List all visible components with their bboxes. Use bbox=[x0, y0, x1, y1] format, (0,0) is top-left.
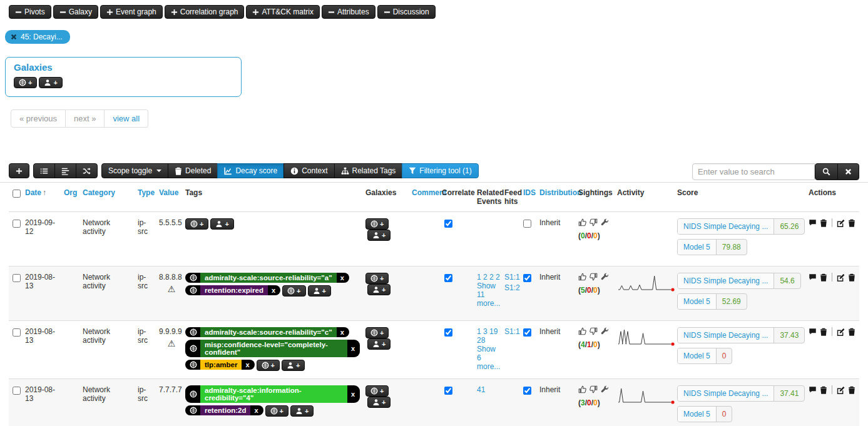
add-local-galaxy-button[interactable]: + bbox=[367, 397, 391, 408]
remove-tag-icon[interactable]: x bbox=[242, 360, 254, 370]
add-galaxy-button[interactable]: + bbox=[365, 385, 389, 397]
related-event-link[interactable]: 3 bbox=[483, 327, 488, 336]
row-select-checkbox[interactable] bbox=[13, 328, 21, 337]
decay-score-badge[interactable]: NIDS Simple Decaying ...54.6 bbox=[677, 273, 801, 289]
related-event-link[interactable]: 2 bbox=[483, 273, 488, 281]
add-local-tag-button[interactable]: + bbox=[290, 405, 314, 417]
column-header-date[interactable]: Date↑ bbox=[25, 183, 64, 212]
feed-hit-link[interactable]: S1:1 bbox=[504, 327, 519, 336]
related-event-link[interactable]: 28 bbox=[477, 336, 485, 345]
remove-tag-icon[interactable]: x bbox=[337, 327, 349, 337]
show-more-link[interactable]: Show 6 more... bbox=[477, 345, 500, 371]
column-header-value[interactable]: Value bbox=[159, 183, 185, 212]
add-galaxy-button[interactable]: + bbox=[365, 327, 389, 338]
tag[interactable]: admiralty-scale:source-reliability="a"x bbox=[185, 273, 349, 283]
related-event-link[interactable]: 1 bbox=[477, 273, 481, 281]
edit-icon[interactable] bbox=[837, 273, 845, 281]
add-attribute-button[interactable] bbox=[9, 163, 29, 178]
row-select-checkbox[interactable] bbox=[13, 387, 21, 395]
thumbs-down-icon[interactable] bbox=[590, 273, 598, 283]
tag[interactable]: retention:expiredx bbox=[185, 285, 280, 295]
tab-pivots[interactable]: Pivots bbox=[9, 5, 51, 19]
tag[interactable]: misp:confidence-level="completely-confid… bbox=[185, 340, 360, 357]
tag[interactable]: tlp:amberx bbox=[185, 360, 255, 370]
decay-score-badge[interactable]: Model 579.88 bbox=[677, 239, 747, 255]
row-select-checkbox[interactable] bbox=[13, 220, 21, 228]
thumbs-up-icon[interactable] bbox=[578, 218, 586, 228]
add-global-tag-button[interactable]: + bbox=[257, 360, 280, 371]
delete-icon[interactable] bbox=[820, 328, 827, 336]
wrench-icon[interactable] bbox=[601, 385, 609, 395]
filtering-tool-1-button[interactable]: Filtering tool (1) bbox=[402, 163, 478, 178]
scope-toggle-button[interactable]: Scope toggle bbox=[101, 163, 168, 178]
tab-correlation-graph[interactable]: Correlation graph bbox=[165, 5, 245, 19]
tag[interactable]: admiralty-scale:information-credibility=… bbox=[185, 385, 360, 403]
edit-icon[interactable] bbox=[837, 386, 845, 394]
decay-score-badge[interactable]: Model 552.69 bbox=[677, 293, 747, 310]
deleted-button[interactable]: Deleted bbox=[168, 163, 218, 178]
remove-tag-icon[interactable]: x bbox=[347, 385, 360, 403]
clear-search-button[interactable] bbox=[837, 163, 859, 180]
delete-icon[interactable] bbox=[820, 386, 827, 394]
delete-icon[interactable] bbox=[820, 273, 827, 281]
related-event-link[interactable]: 19 bbox=[489, 327, 498, 336]
delete-icon[interactable] bbox=[848, 273, 855, 281]
previous-page-button[interactable]: « previous bbox=[11, 109, 66, 128]
close-icon[interactable] bbox=[11, 34, 17, 40]
add-galaxy-button[interactable]: + bbox=[14, 77, 37, 88]
row-select-checkbox[interactable] bbox=[13, 274, 21, 282]
ids-checkbox[interactable] bbox=[523, 220, 531, 228]
remove-tag-icon[interactable]: x bbox=[347, 340, 360, 357]
add-local-galaxy-button[interactable]: + bbox=[367, 338, 391, 350]
related-tags-button[interactable]: Related Tags bbox=[334, 163, 403, 178]
add-local-tag-button[interactable]: + bbox=[282, 360, 305, 371]
feed-hit-link[interactable]: S1:2 bbox=[504, 283, 519, 292]
tag[interactable]: retention:2dx bbox=[185, 405, 263, 415]
delete-icon[interactable] bbox=[848, 219, 855, 227]
remove-tag-icon[interactable]: x bbox=[337, 273, 349, 283]
view-all-button[interactable]: view all bbox=[105, 109, 148, 128]
related-event-link[interactable]: 1 bbox=[477, 327, 481, 336]
search-button[interactable] bbox=[815, 163, 838, 180]
decay-score-button[interactable]: Decay score bbox=[217, 163, 284, 178]
thumbs-up-icon[interactable] bbox=[578, 327, 586, 337]
add-global-tag-button[interactable]: + bbox=[185, 218, 208, 230]
add-local-galaxy-button[interactable]: + bbox=[39, 77, 62, 88]
decay-score-badge[interactable]: Model 50 bbox=[677, 348, 732, 364]
ids-checkbox[interactable] bbox=[523, 328, 531, 337]
view-mode-shuffle-button[interactable] bbox=[76, 163, 98, 178]
context-button[interactable]: Context bbox=[283, 163, 334, 178]
decay-score-badge[interactable]: NIDS Simple Decaying ...37.43 bbox=[677, 327, 805, 343]
tab-attributes[interactable]: Attributes bbox=[322, 5, 375, 19]
delete-icon[interactable] bbox=[848, 328, 855, 336]
add-local-galaxy-button[interactable]: + bbox=[367, 284, 391, 295]
comment-icon[interactable] bbox=[809, 386, 817, 393]
delete-icon[interactable] bbox=[848, 386, 855, 394]
select-all-checkbox[interactable] bbox=[13, 190, 21, 198]
add-local-galaxy-button[interactable]: + bbox=[367, 230, 391, 241]
next-page-button[interactable]: next » bbox=[66, 109, 105, 128]
view-mode-list-button[interactable] bbox=[33, 163, 55, 178]
add-global-tag-button[interactable]: + bbox=[265, 405, 288, 417]
edit-icon[interactable] bbox=[837, 219, 845, 227]
column-header-org[interactable]: Org bbox=[64, 183, 83, 212]
add-local-tag-button[interactable]: + bbox=[308, 285, 331, 297]
thumbs-up-icon[interactable] bbox=[578, 273, 586, 283]
view-mode-align-button[interactable] bbox=[54, 163, 76, 178]
remove-tag-icon[interactable]: x bbox=[250, 405, 263, 415]
tag[interactable]: admiralty-scale:source-reliability="c"x bbox=[185, 327, 349, 337]
comment-icon[interactable] bbox=[809, 219, 817, 226]
delete-icon[interactable] bbox=[820, 219, 827, 227]
ids-checkbox[interactable] bbox=[523, 387, 531, 395]
search-input[interactable] bbox=[692, 163, 815, 180]
tab-event-graph[interactable]: Event graph bbox=[100, 5, 163, 19]
thumbs-down-icon[interactable] bbox=[590, 218, 598, 228]
correlate-checkbox[interactable] bbox=[444, 274, 452, 282]
correlate-checkbox[interactable] bbox=[444, 387, 452, 395]
remove-tag-icon[interactable]: x bbox=[268, 285, 280, 295]
add-galaxy-button[interactable]: + bbox=[365, 273, 389, 284]
wrench-icon[interactable] bbox=[601, 273, 609, 283]
column-header-ids[interactable]: IDS bbox=[523, 183, 539, 212]
comment-icon[interactable] bbox=[809, 273, 817, 281]
filter-tag-pill[interactable]: 45: Decayi... bbox=[5, 30, 70, 44]
